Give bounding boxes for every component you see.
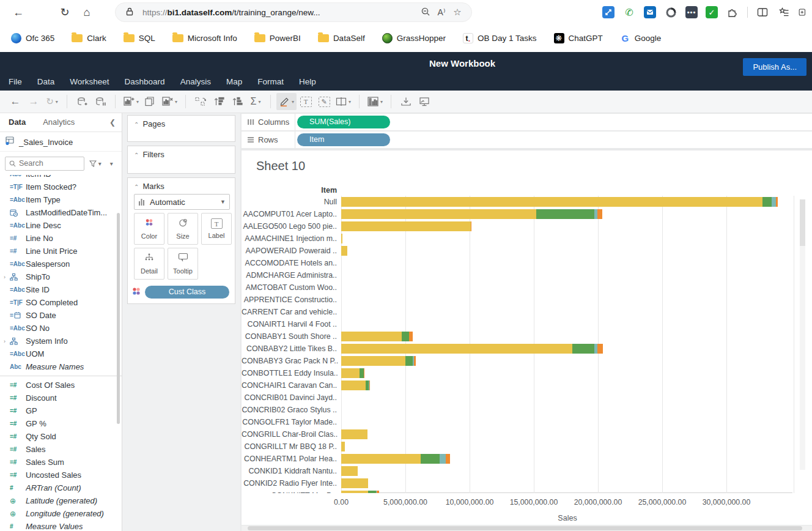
field-uom[interactable]: =AbcUOM (0, 347, 122, 360)
bar-segment[interactable] (364, 368, 364, 378)
marks-size-button[interactable]: Size (168, 213, 198, 245)
bar-segment[interactable] (341, 332, 402, 341)
bookmark-ob-day-1-tasks[interactable]: t.OB Day 1 Tasks (463, 33, 537, 43)
bookmark-grasshopper[interactable]: GrassHopper (382, 33, 446, 43)
filters-card[interactable]: ⌃Filters (127, 146, 235, 174)
marks-color-button[interactable]: Color (134, 213, 164, 245)
stacked-bar[interactable] (341, 197, 778, 207)
bar-segment[interactable] (341, 356, 405, 366)
field-line-unit-price[interactable]: =#Line Unit Price (0, 245, 122, 258)
field-measure-values[interactable]: #Measure Values (0, 520, 122, 531)
toolbar-fit-icon[interactable]: ▾ (333, 93, 353, 110)
field-sales[interactable]: =#Sales (0, 443, 122, 456)
toolbar-pause-updates-icon[interactable] (91, 93, 109, 110)
bar-segment[interactable] (471, 221, 471, 231)
search-input[interactable] (19, 159, 74, 168)
field-so-date[interactable]: =SO Date (0, 309, 122, 322)
field-qty-sold[interactable]: =#Qty Sold (0, 430, 122, 443)
url-text[interactable]: https://bi1.dataself.com/t/training_oran… (142, 8, 418, 17)
zoom-out-icon[interactable] (418, 7, 434, 18)
horizontal-scrollbar-thumb[interactable] (248, 526, 802, 530)
bookmark-sql[interactable]: SQL (124, 34, 155, 43)
field-sales-sum[interactable]: =#Sales Sum (0, 456, 122, 469)
back-icon[interactable]: ← (10, 4, 27, 21)
field-filter-icon[interactable]: ▾ (89, 160, 102, 167)
bar-segment[interactable] (421, 454, 439, 464)
pill-sum-sales-[interactable]: SUM(Sales) (297, 116, 390, 128)
toolbar-show-me-icon[interactable]: ▾ (365, 93, 385, 110)
stacked-bar[interactable] (341, 478, 368, 488)
stacked-bar[interactable] (341, 381, 370, 390)
split-screen-icon[interactable] (756, 6, 769, 19)
bar-segment[interactable] (409, 332, 412, 341)
field-longitude-generated-[interactable]: ⊕Longitude (generated) (0, 507, 122, 520)
stacked-bar[interactable] (341, 332, 413, 341)
bookmark-google[interactable]: GGoogle (620, 33, 662, 43)
stacked-bar[interactable] (341, 429, 367, 439)
datasource-row[interactable]: _Sales_Invoice (0, 133, 122, 152)
refresh-icon[interactable]: ↻ (56, 4, 73, 21)
bar-segment[interactable] (440, 454, 446, 464)
field-measure-names[interactable]: AbcMeasure Names (0, 360, 122, 373)
expand-icon[interactable]: › (4, 338, 10, 344)
bar-segment[interactable] (341, 234, 342, 243)
bar-segment[interactable] (597, 344, 603, 354)
field-lastmodifieddatetim-[interactable]: LastModifiedDateTim... (0, 206, 122, 219)
toolbar-presentation-mode-icon[interactable] (415, 93, 434, 110)
field-discount[interactable]: =#Discount (0, 392, 122, 404)
stacked-bar[interactable] (341, 344, 603, 354)
toolbar-redo-icon[interactable]: → (24, 93, 43, 110)
field-line-no[interactable]: =#Line No (0, 232, 122, 245)
screen-share-icon[interactable] (602, 6, 615, 18)
toolbar-highlight-icon[interactable]: ▾ (276, 93, 297, 110)
field-so-completed[interactable]: =T|FSO Completed (0, 296, 122, 309)
field-salesperson[interactable]: =AbcSalesperson (0, 258, 122, 270)
pill-item[interactable]: Item (297, 133, 390, 146)
menu-data[interactable]: Data (37, 77, 55, 86)
bar-segment[interactable] (405, 356, 413, 366)
stacked-bar[interactable] (341, 221, 471, 231)
page-add-icon[interactable] (799, 6, 807, 19)
home-icon[interactable]: ⌂ (78, 4, 95, 21)
menu-file[interactable]: File (9, 77, 22, 86)
stacked-bar[interactable] (341, 368, 364, 378)
toolbar-refresh-data-icon[interactable]: ↻▾ (43, 93, 61, 110)
menu-analysis[interactable]: Analysis (180, 77, 211, 86)
field-site-id[interactable]: =AbcSite ID (0, 283, 122, 296)
stacked-bar[interactable] (341, 466, 358, 476)
toolbar-duplicate-sheet-icon[interactable] (141, 93, 160, 110)
pane-options-icon[interactable]: ▾ (110, 160, 113, 167)
field-shipto[interactable]: ›ShipTo (0, 270, 122, 283)
stacked-bar[interactable] (341, 442, 345, 451)
field-item-id[interactable]: AbcItem ID (0, 175, 122, 180)
collapse-pane-icon[interactable]: ❮ (109, 118, 116, 127)
bar-segment[interactable] (341, 491, 368, 493)
bar-segment[interactable] (597, 209, 602, 219)
expand-icon[interactable]: › (4, 274, 10, 280)
bar-segment[interactable] (341, 209, 536, 219)
toolbar-edit-annotation-icon[interactable]: ✎ (315, 93, 333, 110)
field-uncosted-sales[interactable]: =#Uncosted Sales (0, 469, 122, 481)
search-box[interactable] (5, 157, 84, 171)
extensions-puzzle-icon[interactable] (726, 6, 739, 19)
bar-segment[interactable] (572, 344, 594, 354)
bar-segment[interactable] (341, 442, 345, 451)
address-bar[interactable]: https://bi1.dataself.com/t/training_oran… (115, 2, 472, 22)
menu-worksheet[interactable]: Worksheet (70, 77, 109, 86)
menu-dashboard[interactable]: Dashboard (125, 77, 165, 86)
menu-map[interactable]: Map (226, 77, 242, 86)
stacked-bar[interactable] (341, 209, 602, 219)
bar-segment[interactable] (446, 454, 450, 464)
favorite-star-icon[interactable]: ☆ (449, 7, 465, 18)
marks-label-button[interactable]: TLabel (201, 213, 232, 245)
stacked-bar[interactable] (341, 491, 379, 493)
horizontal-scrollbar[interactable] (242, 525, 812, 531)
toolbar-undo-icon[interactable]: ← (6, 93, 24, 110)
vertical-scrollbar[interactable] (800, 199, 805, 470)
stacked-bar[interactable] (341, 234, 342, 243)
cust-class-pill[interactable]: Cust Class (145, 286, 229, 299)
field-item-stocked-[interactable]: =T|FItem Stocked? (0, 180, 122, 193)
menu-help[interactable]: Help (299, 77, 316, 86)
field-so-no[interactable]: =AbcSO No (0, 322, 122, 335)
field-system-info[interactable]: ›System Info (0, 335, 122, 347)
